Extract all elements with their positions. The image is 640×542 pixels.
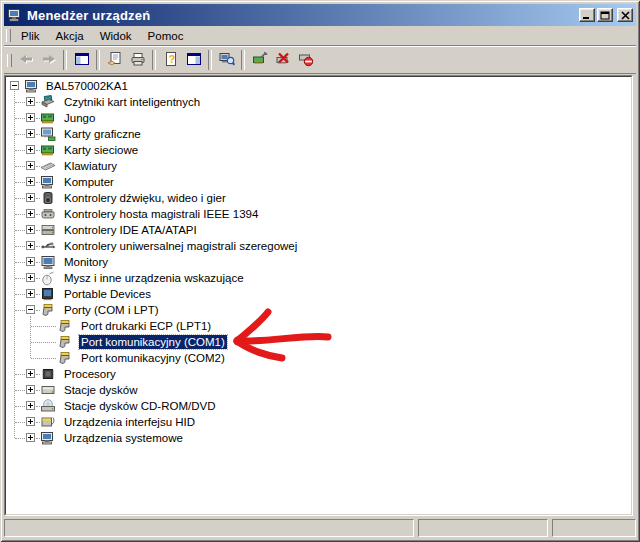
- properties-button[interactable]: [103, 49, 126, 71]
- back-button: [14, 49, 37, 71]
- expand-plus-toggle[interactable]: [26, 289, 35, 298]
- tree-item-label[interactable]: Karty sieciowe: [62, 143, 140, 157]
- tree-item[interactable]: Karty sieciowe: [6, 142, 631, 158]
- menu-gripper[interactable]: [6, 29, 11, 42]
- properties-icon: [107, 51, 123, 70]
- tree-item-label[interactable]: Port drukarki ECP (LPT1): [79, 319, 213, 333]
- title-bar: Menedżer urządzeń: [4, 4, 636, 26]
- minimize-button[interactable]: [579, 8, 595, 22]
- tree-item[interactable]: Urządzenia systemowe: [6, 430, 631, 446]
- tree-item[interactable]: Port komunikacyjny (COM1): [6, 334, 631, 350]
- tree-item[interactable]: Mysz i inne urządzenia wskazujące: [6, 270, 631, 286]
- minimize-icon: [582, 11, 592, 20]
- expand-plus-toggle[interactable]: [26, 433, 35, 442]
- tree-item[interactable]: Klawiatury: [6, 158, 631, 174]
- action-pane-icon: [186, 51, 202, 70]
- scan-hardware-button[interactable]: [215, 49, 238, 71]
- tree-item-label[interactable]: Klawiatury: [62, 159, 119, 173]
- tree-item[interactable]: Komputer: [6, 174, 631, 190]
- expand-plus-toggle[interactable]: [26, 369, 35, 378]
- update-driver-icon: [252, 51, 268, 70]
- tree-item-label[interactable]: Portable Devices: [62, 287, 153, 301]
- tree-item[interactable]: Stacje dysków CD-ROM/DVD: [6, 398, 631, 414]
- tree-item[interactable]: Kontrolery uniwersalnej magistrali szere…: [6, 238, 631, 254]
- uninstall-button[interactable]: [271, 49, 294, 71]
- expand-plus-toggle[interactable]: [26, 241, 35, 250]
- tree-item-label[interactable]: Urządzenia systemowe: [62, 431, 185, 445]
- tree-item[interactable]: Procesory: [6, 366, 631, 382]
- print-button[interactable]: [126, 49, 149, 71]
- expand-plus-toggle[interactable]: [26, 97, 35, 106]
- sound-icon: [40, 190, 56, 206]
- tree-item-label[interactable]: Karty graficzne: [62, 127, 143, 141]
- tree-item-label[interactable]: Jungo: [62, 111, 97, 125]
- tree-item-label[interactable]: Port komunikacyjny (COM2): [79, 351, 227, 365]
- smartcard-icon: [40, 94, 56, 110]
- tree-item[interactable]: BAL570002KA1: [6, 78, 631, 94]
- tree-item-label[interactable]: Urządzenia interfejsu HID: [62, 415, 197, 429]
- menu-item-akcja[interactable]: Akcja: [48, 28, 92, 44]
- expand-plus-toggle[interactable]: [26, 417, 35, 426]
- help-button[interactable]: ?: [159, 49, 182, 71]
- expand-plus-toggle[interactable]: [26, 257, 35, 266]
- tree-item[interactable]: Portable Devices: [6, 286, 631, 302]
- tree-item[interactable]: Jungo: [6, 110, 631, 126]
- tree-item[interactable]: Kontrolery hosta magistrali IEEE 1394: [6, 206, 631, 222]
- tree-item-label[interactable]: Port komunikacyjny (COM1): [79, 335, 227, 349]
- collapse-minus-toggle[interactable]: [10, 81, 19, 90]
- expand-plus-toggle[interactable]: [26, 225, 35, 234]
- tree-item[interactable]: Kontrolery dźwięku, wideo i gier: [6, 190, 631, 206]
- expand-plus-toggle[interactable]: [26, 401, 35, 410]
- expand-plus-toggle[interactable]: [26, 145, 35, 154]
- maximize-button[interactable]: [597, 8, 613, 22]
- disable-button[interactable]: [294, 49, 317, 71]
- tree-item[interactable]: Port drukarki ECP (LPT1): [6, 318, 631, 334]
- menu-item-pomoc[interactable]: Pomoc: [140, 28, 192, 44]
- update-driver-button[interactable]: [248, 49, 271, 71]
- tree-item-label[interactable]: Kontrolery dźwięku, wideo i gier: [62, 191, 228, 205]
- tree-item-label[interactable]: Porty (COM i LPT): [62, 303, 161, 317]
- action-pane-button[interactable]: [182, 49, 205, 71]
- tree-item[interactable]: Kontrolery IDE ATA/ATAPI: [6, 222, 631, 238]
- expand-plus-toggle[interactable]: [26, 385, 35, 394]
- toolbar-separator: [241, 50, 245, 70]
- tree-item-label[interactable]: Kontrolery uniwersalnej magistrali szere…: [62, 239, 299, 253]
- console-tree-button[interactable]: [70, 49, 93, 71]
- expand-plus-toggle[interactable]: [26, 161, 35, 170]
- tree-item-label[interactable]: Komputer: [62, 175, 116, 189]
- expand-plus-toggle[interactable]: [26, 129, 35, 138]
- tree-item[interactable]: Porty (COM i LPT): [6, 302, 631, 318]
- forward-icon: [41, 51, 57, 70]
- tree-item-label[interactable]: Kontrolery IDE ATA/ATAPI: [62, 223, 199, 237]
- menu-item-widok[interactable]: Widok: [92, 28, 140, 44]
- tree-item-label[interactable]: Stacje dysków CD-ROM/DVD: [62, 399, 217, 413]
- close-button[interactable]: [617, 8, 633, 22]
- expand-plus-toggle[interactable]: [26, 209, 35, 218]
- tree-item-label[interactable]: Procesory: [62, 367, 118, 381]
- tree-item[interactable]: Monitory: [6, 254, 631, 270]
- tree-item-label[interactable]: Monitory: [62, 255, 110, 269]
- tree-item[interactable]: Stacje dysków: [6, 382, 631, 398]
- toolbar-gripper[interactable]: [7, 54, 12, 67]
- display-icon: [40, 126, 56, 142]
- uninstall-icon: [275, 51, 291, 70]
- collapse-minus-toggle[interactable]: [26, 305, 35, 314]
- console-tree-icon: [74, 51, 90, 70]
- tree-item[interactable]: Port komunikacyjny (COM2): [6, 350, 631, 366]
- expand-plus-toggle[interactable]: [26, 113, 35, 122]
- tree-item-label[interactable]: Mysz i inne urządzenia wskazujące: [62, 271, 246, 285]
- tree-item-label[interactable]: Czytniki kart inteligentnych: [62, 95, 202, 109]
- expand-plus-toggle[interactable]: [26, 273, 35, 282]
- tree-item-label[interactable]: Kontrolery hosta magistrali IEEE 1394: [62, 207, 260, 221]
- tree-item-label[interactable]: Stacje dysków: [62, 383, 140, 397]
- disable-icon: [298, 51, 314, 70]
- expand-plus-toggle[interactable]: [26, 177, 35, 186]
- expand-plus-toggle[interactable]: [26, 193, 35, 202]
- tree-item-label[interactable]: BAL570002KA1: [44, 79, 130, 93]
- tree-item[interactable]: Karty graficzne: [6, 126, 631, 142]
- device-manager-app-icon[interactable]: [7, 7, 23, 23]
- tree-item[interactable]: Czytniki kart inteligentnych: [6, 94, 631, 110]
- device-manager-window: Menedżer urządzeń PlikAkcjaWidokPomoc ? …: [0, 0, 640, 542]
- tree-item[interactable]: Urządzenia interfejsu HID: [6, 414, 631, 430]
- menu-item-plik[interactable]: Plik: [13, 28, 48, 44]
